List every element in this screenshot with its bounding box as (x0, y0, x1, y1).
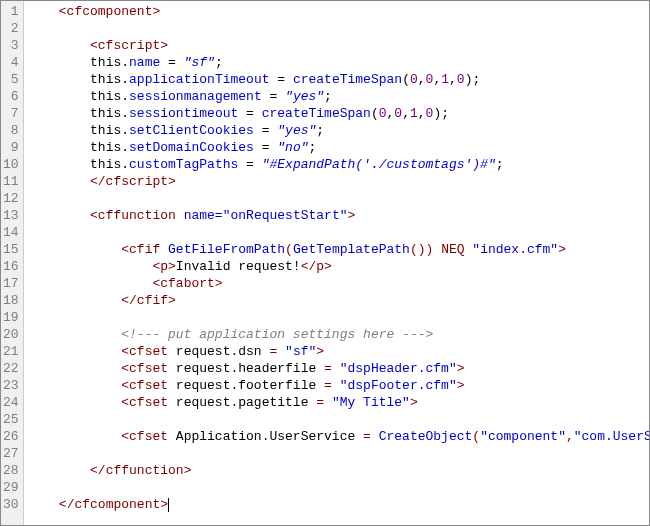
code-token: this (90, 89, 121, 104)
line-number: 12 (3, 190, 19, 207)
line-number: 29 (3, 479, 19, 496)
code-line: </cffunction> (28, 462, 649, 479)
code-token (28, 140, 90, 155)
code-line (28, 190, 649, 207)
code-token: <cfif (121, 242, 168, 257)
code-token: = (262, 89, 285, 104)
code-token (28, 463, 90, 478)
code-token: 1 (410, 106, 418, 121)
code-token: </cffunction> (90, 463, 191, 478)
code-token: createTimeSpan (293, 72, 402, 87)
code-token: ( (371, 106, 379, 121)
code-token (28, 72, 90, 87)
code-token: name= (184, 208, 223, 223)
code-line: </cfif> (28, 292, 649, 309)
line-number: 8 (3, 122, 19, 139)
code-token: this (90, 140, 121, 155)
code-token: this (90, 106, 121, 121)
line-number: 13 (3, 207, 19, 224)
code-line: <cfset request.pagetitle = "My Title"> (28, 394, 649, 411)
line-number: 30 (3, 496, 19, 513)
line-number: 24 (3, 394, 19, 411)
code-area[interactable]: <cfcomponent> <cfscript> this.name = "sf… (24, 1, 649, 525)
code-token (28, 293, 122, 308)
code-line (28, 445, 649, 462)
code-token: </cfscript> (28, 174, 176, 189)
code-token (28, 378, 122, 393)
code-token: 0 (457, 72, 465, 87)
line-number: 2 (3, 20, 19, 37)
code-token: . (121, 123, 129, 138)
code-token: > (558, 242, 566, 257)
code-line: <cfset Application.UserService = CreateO… (28, 428, 649, 445)
code-token: . (121, 55, 129, 70)
code-token: = (355, 429, 378, 444)
code-token: 0 (410, 72, 418, 87)
code-token: "#ExpandPath('./customtags')#" (262, 157, 496, 172)
code-token: "sf" (285, 344, 316, 359)
code-token: sessiontimeout (129, 106, 238, 121)
code-token: "index.cfm" (472, 242, 558, 257)
code-token: = (238, 106, 261, 121)
line-number: 14 (3, 224, 19, 241)
code-line (28, 309, 649, 326)
code-token: ()) NEQ (410, 242, 472, 257)
code-token: "yes" (285, 89, 324, 104)
code-line: <cfset request.headerfile = "dspHeader.c… (28, 360, 649, 377)
code-line: <cfset request.footerfile = "dspFooter.c… (28, 377, 649, 394)
code-token: this (90, 55, 121, 70)
line-number: 15 (3, 241, 19, 258)
code-token: = (316, 378, 339, 393)
code-token: <cfset (121, 344, 176, 359)
code-line (28, 20, 649, 37)
code-token (28, 89, 90, 104)
line-number: 1 (3, 3, 19, 20)
code-token: </cfcomponent> (59, 497, 168, 512)
line-number: 9 (3, 139, 19, 156)
line-number: 27 (3, 445, 19, 462)
code-token: 0 (394, 106, 402, 121)
line-number: 28 (3, 462, 19, 479)
code-token: = (316, 361, 339, 376)
code-token: request.dsn (176, 344, 262, 359)
code-token (28, 208, 90, 223)
code-token (28, 123, 90, 138)
code-line: this.setClientCookies = "yes"; (28, 122, 649, 139)
code-token: request.footerfile (176, 378, 316, 393)
code-token: "sf" (184, 55, 215, 70)
code-token: "onRequestStart" (223, 208, 348, 223)
code-line: <cfabort> (28, 275, 649, 292)
code-token: <p> (152, 259, 175, 274)
code-token: , (418, 106, 426, 121)
line-number: 26 (3, 428, 19, 445)
code-token: , (418, 72, 426, 87)
code-line: <!--- put application settings here ---> (28, 326, 649, 343)
line-number: 10 (3, 156, 19, 173)
code-token (28, 242, 122, 257)
code-token: createTimeSpan (262, 106, 371, 121)
code-token: <cfset (121, 429, 176, 444)
line-number: 22 (3, 360, 19, 377)
code-token: "no" (277, 140, 308, 155)
code-token: name (129, 55, 160, 70)
code-token: ; (496, 157, 504, 172)
code-token: , (449, 72, 457, 87)
code-token: ; (324, 89, 332, 104)
code-token: <cfscript> (28, 38, 168, 53)
code-line: <cfscript> (28, 37, 649, 54)
code-token: > (457, 361, 465, 376)
line-number: 4 (3, 54, 19, 71)
code-token: this (90, 157, 121, 172)
code-token: . (121, 157, 129, 172)
code-token: <cfcomponent> (28, 4, 161, 19)
code-token: Application.UserService (176, 429, 355, 444)
code-token: sessionmanagement (129, 89, 262, 104)
code-line: <cfset request.dsn = "sf"> (28, 343, 649, 360)
code-token (28, 55, 90, 70)
code-line (28, 224, 649, 241)
code-token: = (270, 72, 293, 87)
line-number: 25 (3, 411, 19, 428)
code-token: </cfif> (121, 293, 176, 308)
code-token: . (121, 89, 129, 104)
line-number: 16 (3, 258, 19, 275)
